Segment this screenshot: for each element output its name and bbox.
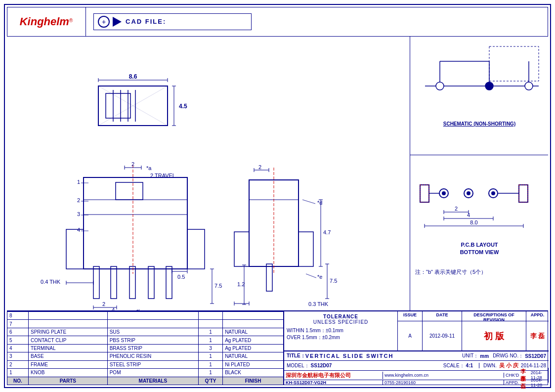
scale-value: 4:1: [466, 363, 473, 368]
pcb-layout-panel: 2 4 8.0 P.C.B LAYOUT BOTTOM VIEW 注："b" 表…: [410, 155, 548, 310]
rev-date-a: 2012-09-11: [423, 321, 462, 350]
tolerance-within: WITHIN 1.5mm：±0.1mm: [287, 327, 395, 334]
tolerance-sublabel: UNLESS SPECIFIED: [287, 319, 395, 325]
svg-text:BOTTOM VIEW: BOTTOM VIEW: [460, 249, 499, 255]
appd-label: APPD.: [506, 380, 519, 385]
svg-point-97: [485, 82, 493, 90]
schematic-panel: SCHEMATIC (NON-SHORTING): [410, 37, 548, 155]
svg-text:2: 2: [77, 197, 80, 203]
cad-file-box: CAD FILE:: [93, 13, 252, 30]
company-logo: Kinghelm®: [20, 15, 73, 28]
svg-point-107: [442, 191, 446, 195]
svg-rect-113: [519, 185, 528, 202]
svg-text:7.5: 7.5: [214, 283, 222, 289]
svg-rect-25: [166, 266, 172, 299]
svg-rect-105: [420, 185, 429, 202]
website-cell: www.kinghelm.com.cn: [383, 373, 504, 378]
svg-text:4: 4: [467, 212, 470, 218]
tolerance-revision-block: TOLERANCE UNLESS SPECIFIED WITHIN 1.5mm：…: [284, 311, 548, 385]
scale-label: SCALE：: [443, 362, 465, 369]
svg-text:7.5: 7.5: [330, 278, 337, 284]
svg-rect-19: [116, 182, 143, 200]
svg-text:1.2: 1.2: [237, 281, 245, 287]
tolerance-over: OVER 1.5mm：±0.2mm: [287, 334, 395, 341]
svg-point-98: [525, 82, 533, 90]
revision-header: ISSUE DATE DESCRIPTIONS OF REVISION APPD…: [398, 311, 549, 321]
drwg-value: SS12D07: [525, 353, 546, 359]
rev-desc-a: 初 版: [462, 321, 526, 350]
svg-text:4: 4: [112, 307, 115, 311]
unit-value: mm: [480, 353, 489, 359]
part-no: KH-SS12D07-VG2H: [286, 380, 326, 385]
cad-file-area: CAD FILE:: [86, 7, 548, 37]
svg-text:*a: *a: [146, 165, 152, 171]
svg-text:注："b" 表示关键尺寸（5个）: 注："b" 表示关键尺寸（5个）: [415, 269, 486, 275]
svg-text:4.7: 4.7: [323, 229, 331, 235]
svg-text:SCHEMATIC  (NON-SHORTING): SCHEMATIC (NON-SHORTING): [443, 121, 515, 127]
svg-rect-5: [106, 93, 130, 118]
svg-rect-94: [489, 46, 539, 81]
svg-text:0.5: 0.5: [177, 274, 185, 280]
title-value: VERTICAL SLIDE SWITCH: [305, 353, 394, 359]
svg-text:2 TRAVEL: 2 TRAVEL: [150, 173, 175, 178]
bom-row-8: 8: [7, 312, 284, 320]
svg-point-109: [467, 191, 470, 195]
svg-rect-23: [129, 266, 135, 299]
model-value: SS12D07: [311, 363, 332, 368]
header-row: Kinghelm® CAD FILE:: [7, 7, 548, 37]
svg-text:*d: *d: [317, 200, 322, 206]
svg-text:3: 3: [77, 211, 80, 217]
phone: 0755-28190160: [384, 380, 416, 385]
bom-row-3: 3 BASE PHENOLIC RESIN 1 NATURAL: [7, 352, 284, 360]
unit-label: UNIT：: [462, 352, 478, 359]
pcb-layout-svg: 2 4 8.0 P.C.B LAYOUT BOTTOM VIEW 注："b" 表…: [410, 155, 548, 311]
svg-rect-68: [266, 264, 272, 291]
bom-row-2: 2 FRAME STEEL STRIP 1 Ni PLATED: [7, 360, 284, 368]
title-row: TITLE： VERTICAL SLIDE SWITCH UNIT： mm DR…: [284, 351, 549, 361]
model-label: MODEL：: [287, 362, 309, 369]
bom-row-5: 5 CONTACT CLIP PBS STRIP 1 Ag PLATED: [7, 336, 284, 344]
website: www.kinghelm.com.cn: [384, 373, 428, 378]
bom-table: 8 7 6 SPRING PLATE SUS 1 NATURAL: [7, 311, 284, 385]
main-drawing-area: 8.6 4.5 2 *a 2 TRAVEL 1: [7, 37, 548, 311]
rev-issue-header: ISSUE: [398, 311, 423, 321]
svg-text:1: 1: [77, 179, 80, 185]
rev-appd-a: 李 磊: [526, 321, 549, 350]
rev-appd-header: APPD.: [526, 311, 549, 321]
svg-text:2: 2: [131, 161, 134, 167]
target-icon: [98, 16, 110, 28]
appd-value: 李 磊: [520, 375, 529, 390]
tolerance-section: TOLERANCE UNLESS SPECIFIED WITHIN 1.5mm：…: [284, 311, 398, 351]
company-cn: 深圳市金航标电子有限公司: [286, 372, 351, 379]
svg-rect-24: [148, 266, 154, 299]
svg-text:*e: *e: [317, 274, 322, 280]
svg-text:2: 2: [258, 164, 261, 170]
phone-cell: 0755-28190160: [383, 380, 504, 385]
svg-text:4.5: 4.5: [179, 103, 187, 110]
svg-text:P.C.B LAYOUT: P.C.B LAYOUT: [461, 242, 498, 248]
cad-file-label: CAD FILE:: [126, 18, 166, 25]
title-label: TITLE：: [287, 352, 305, 359]
svg-text:2: 2: [102, 301, 105, 307]
svg-text:0.4 THK: 0.4 THK: [41, 279, 61, 285]
tolerance-label: TOLERANCE: [287, 314, 395, 319]
partno-appd-row: KH-SS12D07-VG2H 0755-28190160 APPD. 李 磊 …: [284, 380, 549, 385]
svg-point-96: [436, 82, 444, 90]
technical-drawing-svg: 8.6 4.5 2 *a 2 TRAVEL 1: [7, 37, 410, 311]
arrow-icon: [113, 17, 122, 27]
rev-issue-a: A: [398, 321, 423, 350]
svg-point-111: [491, 191, 495, 195]
schematic-svg: SCHEMATIC (NON-SHORTING): [410, 37, 548, 155]
svg-rect-21: [93, 266, 99, 299]
svg-rect-16: [84, 177, 187, 269]
svg-text:0.3 THK: 0.3 THK: [308, 301, 329, 307]
bom-row-1: 1 KNOB POM 1 BLACK: [7, 369, 284, 377]
dwn-label: DWN.: [479, 363, 497, 368]
bom-row-7: 7: [7, 320, 284, 328]
svg-text:4: 4: [77, 227, 80, 233]
svg-rect-22: [111, 266, 117, 299]
appd-cell: APPD. 李 磊 2014-11-28: [504, 375, 549, 390]
bom-title-area: 8 7 6 SPRING PLATE SUS 1 NATURAL: [7, 311, 548, 385]
bom-row-4: 4 TERMINAL BRASS STRIP 3 Ag PLATED: [7, 344, 284, 352]
appd-date: 2014-11-28: [531, 378, 547, 388]
